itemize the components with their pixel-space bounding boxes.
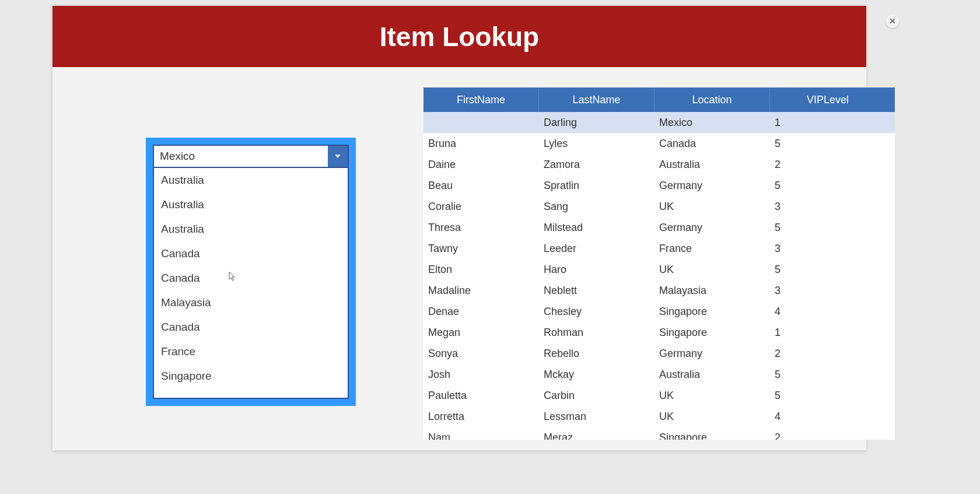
cell-first: Denae bbox=[424, 306, 539, 318]
dropdown-option[interactable]: Canada bbox=[154, 266, 348, 290]
column-header-firstname[interactable]: FirstName bbox=[424, 87, 539, 112]
cell-vip: 2 bbox=[770, 348, 886, 360]
dropdown-option[interactable]: Canada bbox=[154, 315, 348, 339]
cell-loc: UK bbox=[654, 264, 770, 276]
table-row[interactable]: CoralieSangUK3 bbox=[424, 196, 895, 217]
cell-loc: Mexico bbox=[654, 117, 770, 129]
table-row[interactable]: ThresaMilsteadGermany5 bbox=[424, 217, 895, 238]
table-row[interactable]: DaineZamoraAustralia2 bbox=[424, 154, 895, 175]
cell-loc: Malayasia bbox=[654, 285, 770, 297]
cell-loc: Singapore bbox=[654, 327, 770, 339]
dropdown-field[interactable]: Mexico bbox=[153, 145, 349, 168]
cell-first: Nam bbox=[424, 432, 539, 440]
cell-last: Lyles bbox=[539, 138, 654, 150]
cell-vip: 3 bbox=[770, 285, 886, 297]
cell-vip: 4 bbox=[770, 306, 886, 318]
cell-last: Darling bbox=[539, 117, 654, 129]
column-header-location[interactable]: Location bbox=[654, 87, 770, 112]
cell-last: Carbin bbox=[539, 390, 654, 402]
dropdown-option[interactable]: Australia bbox=[154, 217, 348, 241]
cell-vip: 5 bbox=[770, 264, 886, 276]
dropdown-option[interactable]: Canada bbox=[154, 241, 348, 266]
cell-loc: Singapore bbox=[654, 306, 770, 318]
dropdown-list[interactable]: AustraliaAustraliaAustraliaCanadaCanadaM… bbox=[153, 168, 349, 399]
table-row[interactable]: PaulettaCarbinUK5 bbox=[424, 385, 895, 406]
column-header-viplevel[interactable]: VIPLevel bbox=[770, 87, 886, 112]
cell-loc: Australia bbox=[654, 369, 770, 381]
table-row[interactable]: BrunaLylesCanada5 bbox=[424, 133, 895, 154]
location-dropdown[interactable]: Mexico AustraliaAustraliaAustraliaCanada… bbox=[146, 138, 356, 406]
close-icon: ✕ bbox=[889, 16, 896, 26]
cell-loc: UK bbox=[654, 411, 770, 423]
cell-last: Spratlin bbox=[539, 180, 654, 192]
table-row[interactable]: LorrettaLessmanUK4 bbox=[424, 406, 895, 427]
cell-last: Meraz bbox=[539, 432, 654, 440]
cell-last: Zamora bbox=[539, 159, 654, 171]
close-button[interactable]: ✕ bbox=[886, 14, 900, 28]
results-table: FirstName LastName Location VIPLevel Dar… bbox=[424, 87, 895, 440]
cell-loc: Germany bbox=[654, 180, 770, 192]
table-row[interactable]: DenaeChesleySingapore4 bbox=[424, 301, 895, 322]
cell-last: Chesley bbox=[539, 306, 654, 318]
cell-loc: Canada bbox=[654, 138, 770, 150]
table-row[interactable]: BeauSpratlinGermany5 bbox=[424, 175, 895, 196]
cell-last: Rohman bbox=[539, 327, 654, 339]
cell-last: Rebello bbox=[539, 348, 654, 360]
cell-first: Bruna bbox=[424, 138, 539, 150]
dropdown-option[interactable]: Singapore bbox=[154, 364, 348, 388]
table-row[interactable]: SonyaRebelloGermany2 bbox=[424, 343, 895, 364]
cell-loc: Germany bbox=[654, 348, 770, 360]
table-row[interactable]: DarlingMexico1 bbox=[424, 112, 895, 133]
cell-vip: 5 bbox=[770, 369, 886, 381]
cell-vip: 1 bbox=[770, 327, 886, 339]
cell-first: Pauletta bbox=[424, 390, 539, 402]
table-row[interactable]: JoshMckayAustralia5 bbox=[424, 364, 895, 385]
cell-first: Elton bbox=[424, 264, 539, 276]
modal-panel: Item Lookup Mexico AustraliaAustraliaAus… bbox=[52, 6, 866, 450]
cell-loc: Australia bbox=[654, 159, 770, 171]
cell-last: Mckay bbox=[539, 369, 654, 381]
cell-last: Lessman bbox=[539, 411, 654, 423]
dropdown-option[interactable]: France bbox=[154, 339, 348, 364]
cell-first: Daine bbox=[424, 159, 539, 171]
cell-first: Megan bbox=[424, 327, 539, 339]
table-header-row: FirstName LastName Location VIPLevel bbox=[424, 87, 895, 112]
cell-last: Neblett bbox=[539, 285, 654, 297]
cell-first: Sonya bbox=[424, 348, 539, 360]
dropdown-option[interactable]: Australia bbox=[154, 192, 348, 217]
cell-vip: 3 bbox=[770, 201, 886, 213]
cell-first: Coralie bbox=[424, 201, 539, 213]
cell-first: Thresa bbox=[424, 222, 539, 234]
cell-first: Beau bbox=[424, 180, 539, 192]
cell-vip: 5 bbox=[770, 390, 886, 402]
cell-first: Tawny bbox=[424, 243, 539, 255]
cell-vip: 4 bbox=[770, 411, 886, 423]
cell-loc: Germany bbox=[654, 222, 770, 234]
cell-first: Josh bbox=[424, 369, 539, 381]
table-row[interactable]: NamMerazSingapore2 bbox=[424, 427, 895, 440]
chevron-down-icon[interactable] bbox=[328, 146, 348, 167]
table-row[interactable]: EltonHaroUK5 bbox=[424, 259, 895, 280]
cell-vip: 2 bbox=[770, 432, 886, 440]
table-row[interactable]: MeganRohmanSingapore1 bbox=[424, 322, 895, 343]
page-title: Item Lookup bbox=[380, 21, 539, 52]
cell-last: Leeder bbox=[539, 243, 654, 255]
dropdown-selected-value[interactable]: Mexico bbox=[154, 146, 328, 167]
cell-vip: 3 bbox=[770, 243, 886, 255]
cell-loc: Singapore bbox=[654, 432, 770, 440]
column-header-lastname[interactable]: LastName bbox=[539, 87, 654, 112]
table-body[interactable]: DarlingMexico1BrunaLylesCanada5DaineZamo… bbox=[424, 112, 895, 440]
dropdown-option[interactable]: Australia bbox=[154, 168, 348, 192]
cell-vip: 2 bbox=[770, 159, 886, 171]
cell-loc: France bbox=[654, 243, 770, 255]
cell-last: Milstead bbox=[539, 222, 654, 234]
cell-loc: UK bbox=[654, 201, 770, 213]
dropdown-option[interactable]: Malayasia bbox=[154, 290, 348, 315]
cell-first: Lorretta bbox=[424, 411, 539, 423]
cell-loc: UK bbox=[654, 390, 770, 402]
table-row[interactable]: MadalineNeblettMalayasia3 bbox=[424, 280, 895, 301]
cell-last: Haro bbox=[539, 264, 654, 276]
cell-vip: 5 bbox=[770, 180, 886, 192]
cell-vip: 5 bbox=[770, 222, 886, 234]
table-row[interactable]: TawnyLeederFrance3 bbox=[424, 238, 895, 259]
